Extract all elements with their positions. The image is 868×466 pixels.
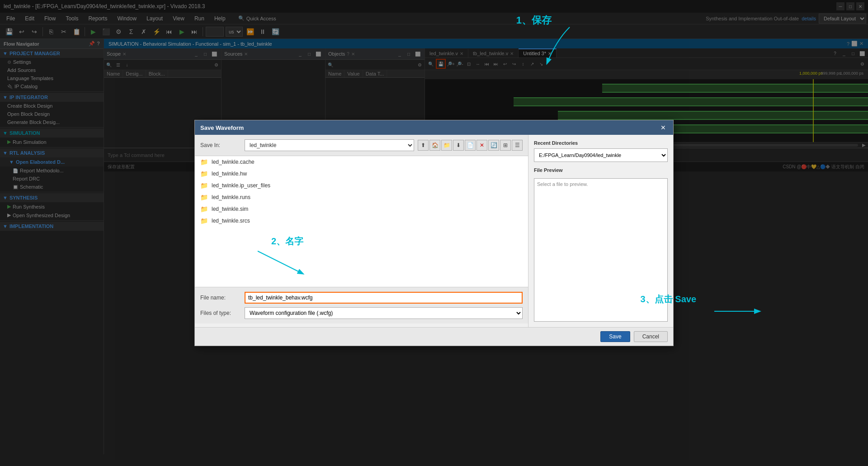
folder-icon: 📁 — [200, 182, 208, 189]
file-name-label: File name: — [200, 295, 241, 301]
file-name: led_twinkle.sim — [212, 206, 248, 212]
save-in-toolbar: ⬆ 🏠 📁 ⬇ 📄 ✕ 🔄 ⊞ ☰ — [418, 140, 523, 151]
go-up-btn[interactable]: ⬆ — [418, 140, 429, 151]
file-name: led_twinkle.cache — [212, 159, 255, 165]
files-of-type-row: Files of type: Waveform configuration fi… — [200, 307, 523, 319]
dialog-title: Save Waveform — [200, 124, 244, 131]
save-in-row: Save In: led_twinkle ⬆ 🏠 📁 ⬇ 📄 ✕ 🔄 ⊞ ☰ — [195, 135, 528, 156]
file-item[interactable]: 📁 led_twinkle.runs — [195, 191, 528, 203]
new-folder-btn[interactable]: 📁 — [441, 140, 452, 151]
file-name-input[interactable] — [245, 292, 523, 304]
dialog-save-btn[interactable]: Save — [600, 331, 630, 342]
dialog-title-bar: Save Waveform ✕ — [195, 120, 673, 135]
delete-btn[interactable]: ✕ — [476, 140, 487, 151]
file-btn[interactable]: 📄 — [465, 140, 476, 151]
recent-dirs-select[interactable]: E:/FPGA_Learn/Day0904/led_twinkle — [534, 148, 668, 162]
dialog-bottom: File name: Files of type: Waveform confi… — [195, 287, 528, 323]
file-name-row: File name: — [200, 292, 523, 304]
file-item[interactable]: 📁 led_twinkle.sim — [195, 203, 528, 215]
file-item[interactable]: 📁 led_twinkle.ip_user_files — [195, 180, 528, 191]
list-view-btn[interactable]: ☰ — [512, 140, 523, 151]
grid-view-btn[interactable]: ⊞ — [500, 140, 511, 151]
file-item[interactable]: 📁 led_twinkle.hw — [195, 168, 528, 180]
files-of-type-select[interactable]: Waveform configuration file (.wcfg) — [245, 307, 523, 319]
folder-icon: 📁 — [200, 158, 208, 166]
recent-dirs-label: Recent Directories — [534, 140, 668, 146]
save-waveform-dialog: Save Waveform ✕ Save In: led_twinkle ⬆ 🏠… — [194, 120, 674, 346]
folder-icon: 📁 — [200, 205, 208, 213]
dialog-cancel-btn[interactable]: Cancel — [634, 331, 668, 342]
download-btn[interactable]: ⬇ — [453, 140, 464, 151]
dialog-body: Save In: led_twinkle ⬆ 🏠 📁 ⬇ 📄 ✕ 🔄 ⊞ ☰ — [195, 135, 673, 327]
file-name: led_twinkle.hw — [212, 171, 247, 177]
folder-icon: 📁 — [200, 217, 208, 224]
dialog-close-btn[interactable]: ✕ — [659, 123, 668, 132]
home-btn[interactable]: 🏠 — [429, 140, 440, 151]
file-preview-box: Select a file to preview. — [534, 178, 668, 322]
files-of-type-label: Files of type: — [200, 310, 241, 316]
dialog-overlay: Save Waveform ✕ Save In: led_twinkle ⬆ 🏠… — [0, 0, 868, 466]
save-in-label: Save In: — [200, 142, 241, 148]
file-name: led_twinkle.ip_user_files — [212, 182, 270, 189]
dialog-buttons: Save Cancel — [195, 327, 673, 346]
dialog-right: Recent Directories E:/FPGA_Learn/Day0904… — [528, 135, 673, 327]
file-list: 📁 led_twinkle.cache 📁 led_twinkle.hw 📁 l… — [195, 156, 528, 287]
file-item[interactable]: 📁 led_twinkle.cache — [195, 156, 528, 168]
save-in-select[interactable]: led_twinkle — [245, 139, 414, 151]
recent-dirs-section: Recent Directories E:/FPGA_Learn/Day0904… — [534, 140, 668, 162]
file-preview-label: File Preview — [534, 167, 668, 173]
file-name: led_twinkle.runs — [212, 194, 250, 200]
folder-icon: 📁 — [200, 170, 208, 177]
file-preview-section: File Preview Select a file to preview. — [534, 167, 668, 322]
dialog-left: Save In: led_twinkle ⬆ 🏠 📁 ⬇ 📄 ✕ 🔄 ⊞ ☰ — [195, 135, 528, 327]
refresh-btn[interactable]: 🔄 — [488, 140, 499, 151]
file-item[interactable]: 📁 led_twinkle.srcs — [195, 215, 528, 227]
file-name: led_twinkle.srcs — [212, 218, 250, 224]
folder-icon: 📁 — [200, 194, 208, 201]
file-preview-placeholder: Select a file to preview. — [537, 181, 588, 187]
